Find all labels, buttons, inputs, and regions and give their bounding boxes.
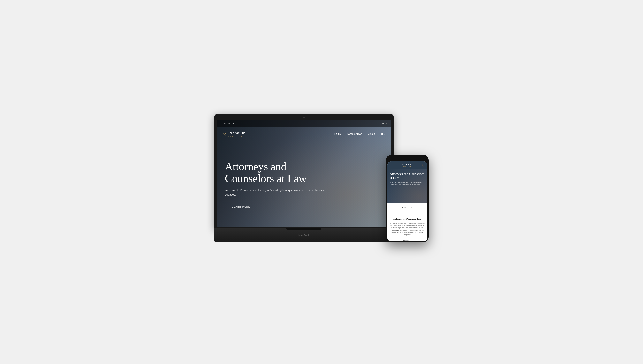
phone-call-icon[interactable]: 📞 — [421, 164, 425, 167]
nav-practice-areas[interactable]: Practice Areas — [346, 132, 364, 135]
laptop-logo: ⚖ Premium LAW FIRM — [223, 131, 246, 137]
phone-hero: Attorneys and Counselors at Law Welcome … — [387, 169, 427, 203]
phone-notch — [401, 157, 413, 161]
hamburger-icon[interactable]: ☰ — [390, 164, 392, 167]
phone-call-us-button[interactable]: CALL US — [390, 205, 425, 210]
logo-premium: Premium — [228, 131, 246, 135]
laptop-brand: MacBook — [214, 230, 394, 237]
read-more-link[interactable]: Read More — [403, 239, 411, 241]
laptop-device: f 𝕎 ✉ in Call Us ⚖ Premium LAW FIRM — [214, 114, 394, 242]
laptop-nav: ⚖ Premium LAW FIRM Home Practice Areas A… — [217, 127, 391, 141]
phone-logo-law: LAW FIRM — [402, 166, 412, 167]
nav-more[interactable]: N... — [381, 132, 385, 135]
call-us-text: Call Us — [380, 122, 387, 125]
phone-body: ☰ Premium LAW FIRM 📞 Attorneys and Couns… — [386, 155, 429, 242]
phone-logo-premium: Premium — [402, 163, 411, 166]
laptop-hero-subtitle: Welcome to Premium Law, the region's lea… — [225, 188, 330, 197]
twitter-icon[interactable]: 𝕎 — [224, 122, 226, 125]
nav-home[interactable]: Home — [334, 132, 341, 136]
linkedin-icon[interactable]: in — [233, 122, 234, 125]
social-icons-group: f 𝕎 ✉ in — [221, 122, 235, 125]
phone-hero-subtitle: Welcome to Premium Law, the region's lea… — [390, 181, 425, 186]
laptop-topbar: f 𝕎 ✉ in Call Us — [217, 120, 391, 127]
laptop-base: MacBook — [214, 228, 394, 242]
phone-topbar: ☰ Premium LAW FIRM 📞 — [387, 162, 427, 169]
phone-about-title: Welcome To Premium Law — [390, 217, 425, 220]
logo-text: Premium LAW FIRM — [228, 131, 246, 137]
about-divider — [404, 215, 410, 216]
laptop-body: f 𝕎 ✉ in Call Us ⚖ Premium LAW FIRM — [214, 114, 394, 229]
scene: f 𝕎 ✉ in Call Us ⚖ Premium LAW FIRM — [214, 114, 429, 250]
nav-links: Home Practice Areas About N... — [334, 132, 385, 136]
phone-hero-title: Attorneys and Counselors at Law — [390, 172, 425, 180]
phone-about-section: Welcome To Premium Law At Premium Law, o… — [387, 212, 427, 241]
laptop-base-notch — [286, 228, 322, 230]
laptop-screen: f 𝕎 ✉ in Call Us ⚖ Premium LAW FIRM — [217, 120, 391, 226]
phone-cta-area: CALL US — [387, 203, 427, 212]
phone-screen: ☰ Premium LAW FIRM 📞 Attorneys and Couns… — [387, 162, 427, 241]
phone-logo: Premium LAW FIRM — [402, 163, 412, 167]
facebook-icon[interactable]: f — [221, 122, 221, 125]
laptop-hero-title: Attorneys and Counselors at Law — [225, 161, 330, 185]
logo-law: LAW FIRM — [228, 135, 246, 137]
laptop-hero: Attorneys and Counselors at Law Welcome … — [225, 161, 330, 211]
laptop-camera — [303, 117, 305, 118]
scales-icon: ⚖ — [223, 132, 227, 136]
mail-icon[interactable]: ✉ — [228, 122, 230, 125]
laptop-learn-more-button[interactable]: LEARN MORE — [225, 203, 257, 211]
nav-about[interactable]: About — [368, 132, 376, 135]
phone-device: ☰ Premium LAW FIRM 📞 Attorneys and Couns… — [386, 155, 429, 242]
phone-about-text: At Premium Law, our priority is your leg… — [390, 222, 425, 236]
